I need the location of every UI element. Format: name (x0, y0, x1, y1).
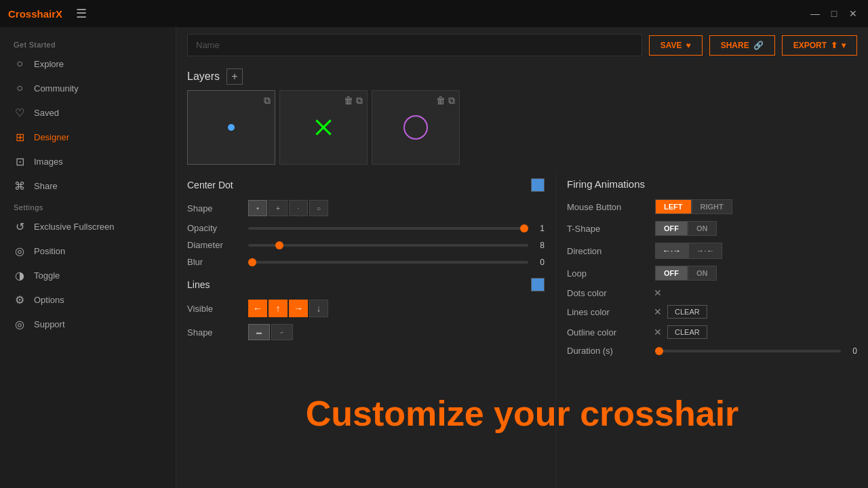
layer-copy-icon[interactable]: ⧉ (264, 95, 271, 106)
layer-trash-icon[interactable]: 🗑 (344, 95, 353, 106)
sidebar-item-options[interactable]: ⚙ Options (0, 287, 176, 312)
position-icon: ◎ (14, 245, 26, 257)
arrow-down-btn[interactable]: ↓ (309, 300, 328, 317)
sidebar-item-exclusive-fullscreen[interactable]: ↺ Exclusive Fullscreen (0, 214, 176, 239)
duration-slider-container: 0 (655, 346, 857, 356)
outline-color-clear-button[interactable]: CLEAR (667, 325, 707, 339)
duration-slider[interactable] (655, 350, 841, 352)
maximize-button[interactable]: □ (827, 7, 841, 20)
layer-card-x[interactable]: 🗑 ⧉ (279, 90, 368, 165)
shape-options: • + · ○ (248, 200, 328, 216)
main-layout: Get Started ○ Explore ○ Community ♡ Save… (0, 27, 868, 488)
shape-plus[interactable]: + (269, 200, 288, 216)
sidebar-item-designer[interactable]: ⊞ Designer (0, 125, 176, 149)
mouse-right-button[interactable]: RIGHT (692, 199, 732, 214)
sidebar-item-label: Share (34, 181, 58, 191)
opacity-slider[interactable] (248, 227, 528, 230)
layer-actions-2: 🗑 ⧉ (344, 95, 363, 106)
sidebar-item-community[interactable]: ○ Community (0, 76, 176, 100)
sidebar-item-toggle[interactable]: ◑ Toggle (0, 263, 176, 287)
shape-dot[interactable]: • (248, 200, 267, 216)
add-layer-button[interactable]: + (226, 68, 243, 85)
shape-circle[interactable]: ○ (309, 200, 328, 216)
layers-title: Layers (187, 70, 220, 83)
heart-icon: ♡ (14, 106, 26, 119)
minimize-button[interactable]: — (808, 7, 822, 20)
loop-label: Loop (567, 268, 648, 279)
menu-icon[interactable]: ☰ (76, 6, 87, 21)
arrow-left-btn[interactable]: ← (248, 300, 267, 317)
sidebar-item-saved[interactable]: ♡ Saved (0, 100, 176, 125)
diameter-label: Diameter (187, 240, 241, 250)
lines-color-swatch[interactable] (531, 278, 545, 291)
link-icon: 🔗 (753, 41, 764, 50)
tshape-on-button[interactable]: ON (688, 221, 717, 236)
sidebar-item-support[interactable]: ◎ Support (0, 312, 176, 336)
center-dot-header: Center Dot (187, 178, 545, 192)
layer-card-circle[interactable]: 🗑 ⧉ (372, 90, 460, 165)
line-shape-rect[interactable]: ▬ (248, 324, 270, 340)
export-button[interactable]: EXPORT ⬆ ▾ (782, 35, 857, 56)
diameter-slider-container: 8 (248, 241, 545, 250)
diameter-row: Diameter 8 (187, 240, 545, 250)
direction-expand[interactable]: ←·→ (655, 243, 688, 259)
layer-copy-icon-2[interactable]: ⧉ (356, 95, 363, 106)
mouse-left-button[interactable]: LEFT (655, 199, 692, 214)
bottom-panels: Customize your crosshair Center Dot Shap… (176, 170, 868, 488)
layers-section: Layers + ⧉ 🗑 ⧉ (176, 63, 868, 170)
layer-card-dot[interactable]: ⧉ (187, 90, 275, 165)
opacity-slider-container: 1 (248, 224, 545, 233)
shape-small-dot[interactable]: · (289, 200, 308, 216)
shape-row: Shape • + · ○ (187, 200, 545, 216)
direction-contract[interactable]: →·← (688, 243, 722, 259)
mouse-button-toggle: LEFT RIGHT (655, 199, 732, 214)
sidebar-item-position[interactable]: ◎ Position (0, 239, 176, 263)
outline-color-label: Outline color (567, 327, 648, 338)
arrow-right-btn[interactable]: → (289, 300, 308, 317)
sidebar-section-get-started: Get Started (0, 35, 176, 52)
diameter-value: 8 (534, 241, 545, 250)
tshape-label: T-Shape (567, 224, 648, 234)
sidebar-item-label: Support (34, 319, 65, 329)
heart-icon: ♥ (686, 41, 691, 50)
loop-off-button[interactable]: OFF (655, 266, 688, 281)
options-icon: ⚙ (14, 293, 26, 306)
header-bar: SAVE ♥ SHARE 🔗 EXPORT ⬆ ▾ (176, 27, 868, 63)
line-shape-other[interactable]: ⌐ (271, 324, 293, 340)
save-button[interactable]: SAVE ♥ (649, 35, 703, 56)
layer-copy-icon-3[interactable]: ⧉ (448, 95, 455, 106)
loop-toggle: OFF ON (655, 266, 717, 281)
left-panel: Center Dot Shape • + · ○ Opacity (176, 170, 556, 488)
tshape-off-button[interactable]: OFF (655, 221, 688, 236)
dots-color-x-icon[interactable]: ✕ (654, 287, 662, 298)
loop-on-button[interactable]: ON (688, 266, 717, 281)
share-button[interactable]: SHARE 🔗 (709, 35, 775, 56)
center-dot-color-swatch[interactable] (531, 178, 545, 192)
name-input[interactable] (187, 34, 642, 56)
layer-actions-1: ⧉ (264, 95, 271, 106)
sidebar-item-images[interactable]: ⊡ Images (0, 149, 176, 174)
visible-row: Visible ← ↑ → ↓ (187, 300, 545, 317)
chevron-down-icon: ▾ (842, 41, 846, 50)
sidebar-item-share[interactable]: ⌘ Share (0, 174, 176, 198)
arrow-up-btn[interactable]: ↑ (269, 300, 288, 317)
sidebar-item-label: Images (34, 157, 63, 167)
close-button[interactable]: ✕ (846, 7, 860, 20)
duration-label: Duration (s) (567, 346, 648, 356)
lines-color-x-icon[interactable]: ✕ (654, 306, 662, 317)
sidebar-item-label: Options (34, 295, 64, 305)
outline-color-row: Outline color ✕ CLEAR (567, 325, 857, 339)
sidebar-item-label: Exclusive Fullscreen (34, 222, 115, 232)
blur-slider[interactable] (248, 261, 528, 264)
outline-color-x-icon[interactable]: ✕ (654, 327, 662, 338)
tshape-toggle: OFF ON (655, 221, 717, 236)
mouse-button-label: Mouse Button (567, 202, 648, 212)
layer-trash-icon-2[interactable]: 🗑 (436, 95, 446, 106)
diameter-slider[interactable] (248, 244, 528, 247)
sidebar-item-explore[interactable]: ○ Explore (0, 52, 176, 76)
lines-header: Lines (187, 278, 545, 291)
direction-row: Direction ←·→ →·← (567, 243, 857, 259)
lines-shape-label: Shape (187, 327, 241, 338)
lines-color-clear-button[interactable]: CLEAR (667, 305, 707, 319)
sidebar-item-label: Position (34, 246, 65, 256)
